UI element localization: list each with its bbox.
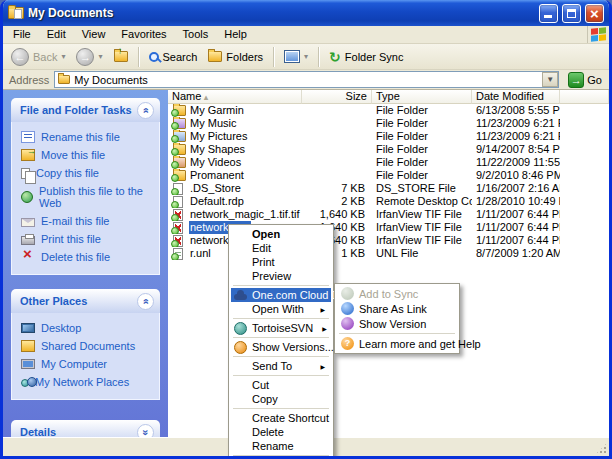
- my-computer-icon: [21, 359, 35, 369]
- folder-sync-button[interactable]: Folder Sync: [325, 48, 407, 66]
- file-type: File Folder: [372, 156, 472, 169]
- folder-icon: [173, 105, 186, 116]
- resize-grip[interactable]: [595, 442, 608, 455]
- file-row[interactable]: My VideosFile Folder11/22/2009 11:55 PM: [168, 156, 609, 169]
- sidebar-item-publish-this-file-to-the-web[interactable]: Publish this file to the Web: [21, 185, 155, 209]
- sidebar-item-print-this-file[interactable]: Print this file: [21, 233, 155, 245]
- menu-edit[interactable]: Edit: [39, 26, 74, 43]
- file-row[interactable]: My PicturesFile Folder11/23/2009 6:21 PM: [168, 130, 609, 143]
- back-button[interactable]: ← Back ▾: [7, 46, 69, 68]
- network-places-icon: [21, 379, 29, 387]
- menu-item-share-as-link[interactable]: Share As Link: [337, 301, 457, 316]
- menu-item-rename[interactable]: Rename: [231, 439, 331, 453]
- file-row[interactable]: .DS_Store7 KBDS_STORE File1/16/2007 2:16…: [168, 182, 609, 195]
- menu-item-learn-more-and-get-help[interactable]: Learn more and get Help: [337, 336, 457, 351]
- expand-chevron-icon[interactable]: [137, 424, 154, 438]
- file-row[interactable]: Default.rdp2 KBRemote Desktop Co...1/28/…: [168, 195, 609, 208]
- go-button[interactable]: Go: [564, 72, 606, 88]
- sidebar-item-delete-this-file[interactable]: Delete this file: [21, 251, 155, 263]
- share-as-link-icon: [341, 302, 354, 315]
- sidebar-item-desktop[interactable]: Desktop: [21, 322, 155, 334]
- file-date-modified: 1/28/2010 10:49 PM: [472, 195, 560, 208]
- details-header[interactable]: Details: [11, 420, 160, 437]
- forward-button[interactable]: → ▾: [72, 46, 106, 68]
- sidebar-item-label: Delete this file: [41, 251, 110, 263]
- views-dropdown-icon[interactable]: ▾: [304, 52, 308, 61]
- views-button[interactable]: ▾: [280, 48, 312, 65]
- file-row[interactable]: My GarminFile Folder6/13/2008 5:55 PM: [168, 104, 609, 117]
- menu-item-edit[interactable]: Edit: [231, 241, 331, 255]
- menu-item-preview[interactable]: Preview: [231, 269, 331, 283]
- up-button[interactable]: [110, 49, 132, 64]
- tortoisesvn-icon: [234, 322, 247, 335]
- menu-item-copy[interactable]: Copy: [231, 392, 331, 406]
- folders-button[interactable]: Folders: [204, 49, 267, 65]
- file-date-modified: 8/7/2009 1:20 AM: [472, 247, 560, 260]
- menu-item-print[interactable]: Print: [231, 255, 331, 269]
- sidebar-item-my-computer[interactable]: My Computer: [21, 358, 155, 370]
- menu-item-tortoisesvn[interactable]: TortoiseSVN: [231, 321, 331, 335]
- menu-item-show-version[interactable]: Show Version: [337, 316, 457, 331]
- menu-file[interactable]: File: [5, 26, 39, 43]
- menu-item-open-with[interactable]: Open With: [231, 302, 331, 316]
- panel-title: Other Places: [20, 295, 87, 307]
- other-places-header[interactable]: Other Places: [11, 289, 160, 313]
- file-name: Promanent: [189, 169, 245, 182]
- file-folder-tasks-header[interactable]: File and Folder Tasks: [11, 98, 160, 122]
- menu-item-show-versions[interactable]: Show Versions...: [231, 340, 331, 354]
- file-type: DS_STORE File: [372, 182, 472, 195]
- file-row[interactable]: My ShapesFile Folder9/14/2007 8:54 PM: [168, 143, 609, 156]
- forward-dropdown-icon[interactable]: ▾: [98, 52, 102, 61]
- maximize-button[interactable]: [562, 4, 581, 23]
- file-size: 1,640 KB: [302, 208, 372, 221]
- file-folder-tasks-panel: File and Folder Tasks Rename this fileMo…: [11, 98, 160, 275]
- menu-view[interactable]: View: [74, 26, 114, 43]
- menu-help[interactable]: Help: [216, 26, 255, 43]
- address-label: Address: [6, 74, 49, 86]
- row-filler: [560, 234, 609, 247]
- column-header-name[interactable]: Name: [168, 90, 302, 104]
- collapse-chevron-icon[interactable]: [137, 102, 154, 119]
- menu-icon-gutter: [234, 393, 247, 406]
- address-input[interactable]: My Documents ▼: [54, 71, 559, 88]
- menu-item-create-shortcut[interactable]: Create Shortcut: [231, 411, 331, 425]
- menu-item-label: Learn more and get Help: [359, 338, 481, 350]
- column-header-size[interactable]: Size: [302, 90, 372, 104]
- sidebar-item-move-this-file[interactable]: Move this file: [21, 149, 155, 161]
- panel-title: Details: [20, 426, 56, 437]
- column-header-date-modified[interactable]: Date Modified: [472, 90, 560, 104]
- menu-item-open[interactable]: Open: [231, 227, 331, 241]
- sidebar-item-rename-this-file[interactable]: Rename this file: [21, 131, 155, 143]
- search-button[interactable]: Search: [145, 49, 202, 65]
- desktop-icon: [21, 323, 35, 333]
- menu-favorites[interactable]: Favorites: [113, 26, 174, 43]
- column-header-type[interactable]: Type: [372, 90, 472, 104]
- menu-item-one-com-cloud-drive[interactable]: One.com Cloud Drive: [231, 288, 331, 302]
- menu-item-add-to-sync[interactable]: Add to Sync: [337, 286, 457, 301]
- file-row[interactable]: My MusicFile Folder11/23/2009 6:21 PM: [168, 117, 609, 130]
- sidebar-item-e-mail-this-file[interactable]: E-mail this file: [21, 215, 155, 227]
- minimize-button[interactable]: [539, 4, 558, 23]
- row-filler: [560, 130, 609, 143]
- address-dropdown-button[interactable]: ▼: [542, 72, 558, 87]
- close-button[interactable]: [585, 4, 604, 23]
- menu-item-delete[interactable]: Delete: [231, 425, 331, 439]
- sidebar-item-my-network-places[interactable]: My Network Places: [21, 376, 155, 388]
- print-icon: [21, 236, 35, 245]
- menu-item-cut[interactable]: Cut: [231, 378, 331, 392]
- file-type: UNL File: [372, 247, 472, 260]
- title-bar: My Documents: [3, 0, 609, 26]
- sidebar-item-copy-this-file[interactable]: Copy this file: [21, 167, 155, 179]
- file-type: IrfanView TIF File: [372, 221, 472, 234]
- collapse-chevron-icon[interactable]: [137, 293, 154, 310]
- back-icon: ←: [11, 48, 29, 66]
- file-row[interactable]: PromanentFile Folder9/2/2010 8:46 PM: [168, 169, 609, 182]
- back-dropdown-icon[interactable]: ▾: [61, 52, 65, 61]
- up-folder-icon: [114, 51, 128, 62]
- menu-item-send-to[interactable]: Send To: [231, 359, 331, 373]
- cloud-help-icon: [341, 337, 354, 350]
- file-row[interactable]: network_magic_1.tif.tif1,640 KBIrfanView…: [168, 208, 609, 221]
- sidebar-item-shared-documents[interactable]: Shared Documents: [21, 340, 155, 352]
- address-folder-icon: [58, 75, 70, 84]
- menu-tools[interactable]: Tools: [175, 26, 217, 43]
